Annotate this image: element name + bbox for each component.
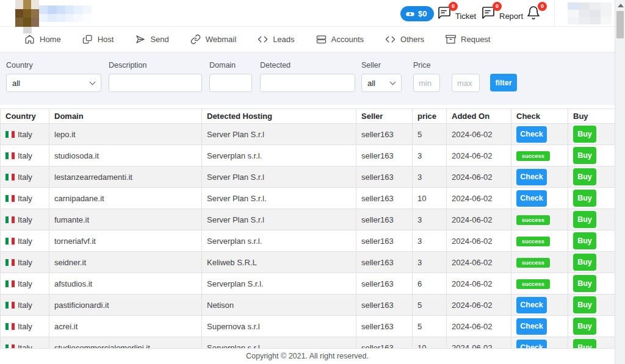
coin-icon (405, 9, 415, 19)
nav-label-host: Host (98, 35, 114, 44)
cell-domain: pastificionardi.it (49, 294, 202, 316)
cell-price: 5 (413, 316, 447, 337)
cell-check: success (511, 252, 568, 273)
nav-item-leads[interactable]: Leads (258, 34, 294, 45)
cell-hosting: Supernova s.r.l (202, 316, 356, 337)
buy-button[interactable]: Buy (573, 147, 596, 164)
main-nav: Home Host Send Webmail Lea (0, 27, 615, 52)
server-icon (316, 34, 327, 45)
cell-domain: afstudios.it (49, 273, 202, 294)
cell-price: 3 (413, 252, 447, 273)
check-button[interactable]: Check (516, 126, 547, 143)
domains-table: Country Domain Detected Hosting Seller p… (0, 109, 615, 359)
nav-item-host[interactable]: Host (82, 34, 114, 45)
success-badge: success (516, 258, 550, 268)
buy-button[interactable]: Buy (573, 254, 596, 271)
detected-input[interactable] (260, 74, 355, 92)
cell-country: Italy (1, 316, 49, 337)
cell-country: Italy (1, 273, 49, 294)
cell-added-on: 2024-06-02 (447, 252, 511, 273)
cell-hosting: Serverplan S.r.l. (202, 273, 356, 294)
cell-buy: Buy (568, 166, 615, 188)
seller-select[interactable]: all (361, 74, 402, 92)
nav-item-send[interactable]: Send (135, 34, 168, 45)
table-row: Italy fumante.it Server Plan S.r.l selle… (1, 209, 615, 230)
cell-added-on: 2024-06-02 (447, 166, 511, 188)
buy-button[interactable]: Buy (573, 275, 596, 292)
code-icon (258, 34, 268, 45)
check-button[interactable]: Check (516, 318, 547, 335)
cell-seller: seller163 (356, 252, 413, 273)
italy-flag-icon (5, 280, 15, 287)
nav-label-request: Request (461, 35, 490, 44)
buy-button[interactable]: Buy (573, 296, 596, 313)
price-min-input[interactable] (413, 74, 440, 92)
nav-item-request[interactable]: Request (446, 34, 490, 45)
country-select[interactable]: all (6, 74, 101, 92)
nav-item-home[interactable]: Home (24, 34, 61, 45)
table-row: Italy pastificionardi.it Netison seller1… (1, 294, 615, 316)
table-row: Italy torneriafvf.it Serverplan s.r.l. s… (1, 230, 615, 252)
table-row: Italy seidner.it Keliweb S.R.L seller163… (1, 252, 615, 273)
notifications-badge: 0 (538, 2, 547, 11)
check-button[interactable]: Check (516, 297, 547, 313)
check-button[interactable]: Check (516, 169, 547, 185)
cell-buy: Buy (568, 124, 615, 145)
col-seller: Seller (356, 109, 413, 124)
cell-added-on: 2024-06-02 (447, 124, 511, 145)
cell-seller: seller163 (356, 145, 413, 166)
cell-domain: torneriafvf.it (49, 230, 202, 252)
table-row: Italy acrei.it Supernova s.r.l seller163… (1, 316, 615, 337)
balance-button[interactable]: $0 (400, 6, 434, 21)
buy-button[interactable]: Buy (573, 168, 596, 185)
cell-domain: carnipadane.it (49, 188, 202, 209)
cell-check: Check (511, 124, 568, 145)
report-badge: 0 (493, 2, 502, 11)
nav-label-accounts: Accounts (331, 35, 364, 44)
blurred-logo (15, 0, 39, 27)
cell-country: Italy (1, 294, 49, 316)
buy-button[interactable]: Buy (573, 126, 596, 143)
cell-check: success (511, 145, 568, 166)
buy-button[interactable]: Buy (573, 190, 596, 207)
cell-seller: seller163 (356, 209, 413, 230)
cell-seller: seller163 (356, 166, 413, 188)
cell-check: success (511, 209, 568, 230)
cell-country: Italy (1, 252, 49, 273)
cell-hosting: Server Plan S.r.l. (202, 188, 356, 209)
table-header-row: Country Domain Detected Hosting Seller p… (1, 109, 615, 124)
price-max-input[interactable] (452, 74, 480, 92)
filter-button[interactable]: filter (490, 74, 517, 91)
buy-button[interactable]: Buy (573, 232, 596, 249)
description-input[interactable] (109, 74, 202, 92)
nav-item-others[interactable]: Others (385, 34, 424, 45)
cell-hosting: Server Plan S.r.l (202, 124, 356, 145)
ticket-button[interactable]: 0 Ticket (437, 5, 476, 21)
blurred-logo-fragment (23, 27, 32, 34)
italy-flag-icon (5, 238, 15, 244)
cell-domain: lepo.it (49, 124, 202, 145)
cell-price: 5 (413, 124, 447, 145)
cell-country: Italy (1, 166, 49, 188)
country-filter-label: Country (6, 61, 33, 70)
buy-button[interactable]: Buy (573, 318, 596, 335)
cell-buy: Buy (568, 188, 615, 209)
scrollbar-thumb[interactable] (616, 11, 624, 38)
col-added-on: Added On (447, 109, 511, 124)
nav-item-webmail[interactable]: Webmail (190, 34, 236, 45)
notifications-button[interactable]: 0 (526, 5, 542, 21)
cell-check: success (511, 230, 568, 252)
cell-country: Italy (1, 230, 49, 252)
italy-flag-icon (5, 302, 15, 309)
scrollbar-up-arrow-icon[interactable] (618, 4, 624, 7)
success-badge: success (516, 151, 550, 161)
italy-flag-icon (5, 323, 15, 330)
cell-check: Check (511, 294, 568, 316)
buy-button[interactable]: Buy (573, 211, 596, 228)
vertical-scrollbar[interactable] (615, 0, 625, 364)
nav-item-accounts[interactable]: Accounts (316, 34, 364, 45)
domain-input[interactable] (209, 74, 252, 92)
report-button[interactable]: 0 Report (481, 5, 523, 21)
col-price: price (413, 109, 447, 124)
check-button[interactable]: Check (516, 190, 547, 207)
